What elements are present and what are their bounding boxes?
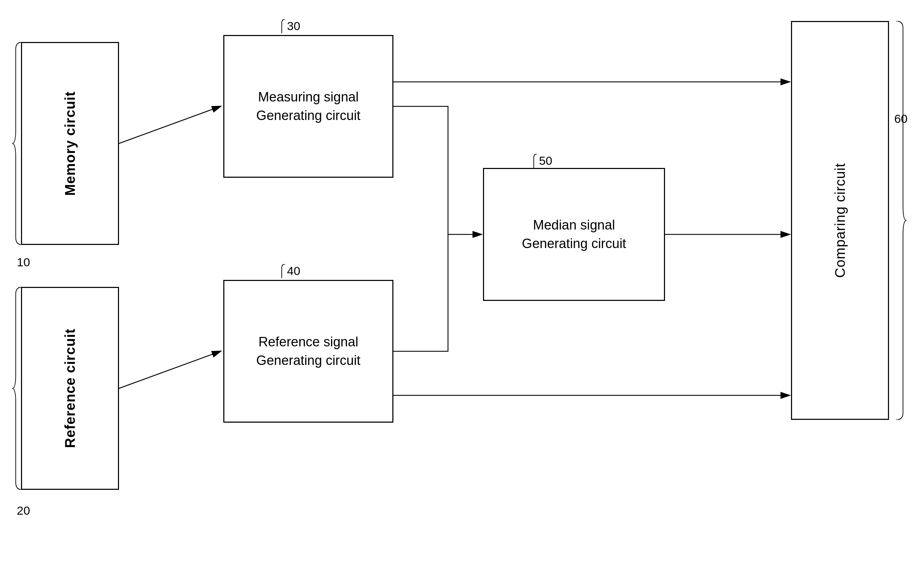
ref-num-50: 50 bbox=[539, 154, 552, 168]
comparing-circuit-box: Comparing circuit bbox=[791, 21, 889, 420]
bracket-10 bbox=[10, 42, 28, 245]
ref-num-20: 20 bbox=[17, 504, 30, 518]
bracket-60 bbox=[891, 21, 908, 420]
ref-num-30: 30 bbox=[287, 19, 300, 33]
ref-num-40: 40 bbox=[287, 264, 300, 278]
comparing-circuit-label: Comparing circuit bbox=[831, 163, 849, 278]
measuring-signal-label: Measuring signalGenerating circuit bbox=[256, 88, 360, 125]
median-signal-label: Median signalGenerating circuit bbox=[522, 216, 626, 253]
bracket-50 bbox=[527, 154, 541, 171]
bracket-30 bbox=[275, 19, 289, 37]
median-signal-box: Median signalGenerating circuit bbox=[483, 168, 665, 301]
reference-circuit-box: Reference circuit bbox=[21, 287, 119, 490]
arrow-reference-to-median-line bbox=[393, 235, 448, 351]
memory-circuit-box: Memory circuit bbox=[21, 42, 119, 245]
bracket-20 bbox=[10, 287, 28, 490]
reference-circuit-label: Reference circuit bbox=[61, 329, 79, 448]
measuring-signal-box: Measuring signalGenerating circuit bbox=[223, 35, 393, 178]
bracket-40 bbox=[275, 264, 289, 282]
ref-num-10: 10 bbox=[17, 256, 30, 269]
memory-circuit-label: Memory circuit bbox=[61, 91, 79, 196]
reference-signal-label: Reference signalGenerating circuit bbox=[256, 333, 360, 370]
arrows-svg bbox=[0, 0, 924, 564]
arrow-mem-to-measuring bbox=[119, 106, 220, 144]
arrow-measuring-to-median bbox=[393, 106, 481, 235]
arrow-mem-to-reference bbox=[119, 351, 220, 388]
diagram: Memory circuit 10 Reference circuit 20 M… bbox=[0, 0, 924, 564]
reference-signal-box: Reference signalGenerating circuit bbox=[223, 280, 393, 423]
